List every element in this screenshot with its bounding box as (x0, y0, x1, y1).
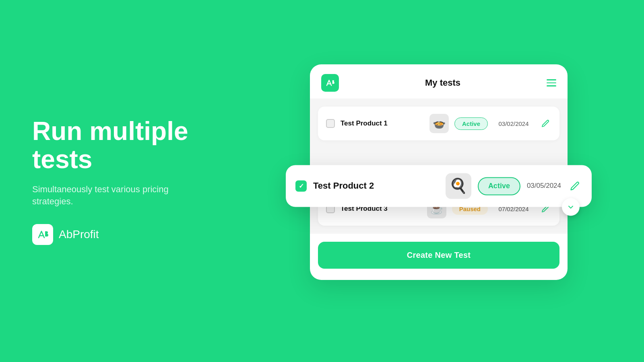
left-panel: Run multiple tests Simultaneously test v… (0, 93, 233, 269)
test2-floating-card: Test Product 2 🍳 Active 03/05/2024 (286, 165, 592, 207)
test1-image: 🍲 (429, 114, 449, 133)
test2-edit-button[interactable] (568, 179, 582, 193)
abprofit-icon (36, 228, 49, 241)
test2-name: Test Product 2 (313, 181, 439, 191)
card-logo-icon (325, 78, 335, 88)
test2-checkbox-checked[interactable] (295, 180, 307, 191)
headline: Run multiple tests (32, 117, 209, 174)
panel-wrapper: My tests Test Product 1 🍲 Active 03/02/2… (298, 36, 580, 326)
brand-row: AbProfit (32, 224, 209, 245)
test-row: Test Product 1 🍲 Active 03/02/2024 (318, 107, 559, 140)
scroll-down-icon (567, 203, 574, 210)
test2-image: 🍳 (446, 173, 471, 199)
subtext: Simultaneously test various pricing stra… (32, 183, 169, 208)
hamburger-icon[interactable] (547, 79, 556, 86)
card-logo (321, 74, 339, 92)
test1-edit-button[interactable] (539, 117, 551, 130)
brand-bold: Ab (59, 228, 72, 241)
brand-light: Profit (72, 228, 99, 241)
test1-edit-icon (541, 119, 549, 128)
test2-edit-icon (570, 181, 580, 191)
card-title: My tests (425, 78, 460, 88)
right-panel: My tests Test Product 1 🍲 Active 03/02/2… (233, 0, 644, 362)
test1-date: 03/02/2024 (493, 120, 534, 127)
test1-checkbox[interactable] (326, 119, 335, 128)
brand-name: AbProfit (59, 228, 99, 241)
scroll-button[interactable] (562, 198, 580, 216)
create-new-test-button[interactable]: Create New Test (318, 242, 559, 269)
test2-status: Active (478, 177, 520, 195)
test1-name: Test Product 1 (341, 119, 424, 128)
card-header: My tests (310, 64, 568, 99)
test2-date: 03/05/2024 (527, 182, 561, 190)
brand-icon (32, 224, 53, 245)
test1-status: Active (454, 117, 488, 130)
